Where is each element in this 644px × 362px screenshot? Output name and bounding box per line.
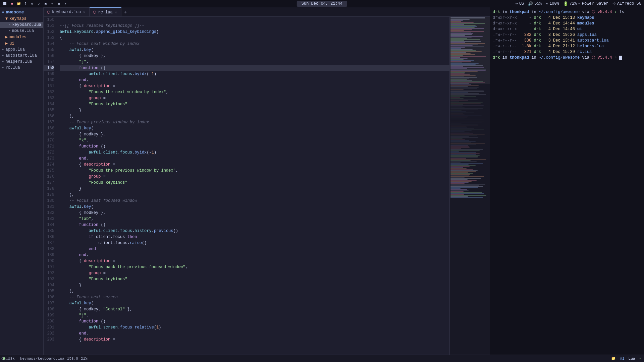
code-line-198: { modkey, "Control" },: [60, 306, 449, 312]
sidebar-item-modules[interactable]: ▶ modules: [0, 34, 43, 40]
sidebar-file-label-keyboard: keyboard.lua $: [12, 22, 44, 27]
line-numbers: 150 151 152 153 154 155 156 157 158 159 …: [44, 17, 57, 355]
code-line-153: {: [60, 35, 449, 41]
svg-rect-1: [5, 2, 6, 3]
volume-item: 🔊 55%: [528, 1, 542, 6]
code-area[interactable]: --[[ Focus related keybindings ]]-- awfu…: [57, 17, 449, 355]
folder-icon: ▼: [5, 16, 8, 21]
code-line-151: --[[ Focus related keybindings ]]--: [60, 23, 449, 29]
check-label: ✓: [639, 356, 641, 361]
editor-content[interactable]: 150 151 152 153 154 155 156 157 158 159 …: [44, 17, 490, 355]
workspace-label[interactable]: ● awesome: [0, 9, 43, 16]
sidebar-item-keymaps[interactable]: ▼ keymaps: [0, 16, 43, 22]
code-line-168: awful.key(: [60, 125, 449, 131]
folder-icon-status: 📁: [611, 356, 616, 361]
brightness-icon: ☀: [546, 1, 548, 6]
topbar-right: ⌨ US 🔊 55% ☀ 100% 🔋 72% – Power Saver ⊹ …: [516, 1, 641, 6]
tab-keyboard-lua[interactable]: ⬡ keyboard.lua ✕: [44, 7, 90, 16]
grid-icon[interactable]: ▦: [56, 1, 62, 6]
svg-rect-3: [5, 3, 6, 5]
sidebar-file-label-mouse: mouse.lua: [12, 28, 34, 33]
sidebar-item-keyboard-lua[interactable]: ● keyboard.lua $: [0, 22, 43, 28]
code-line-195: ),: [60, 288, 449, 294]
terminal-line: drwxr-xr-x - drk 4 Dec 15:13 keymaps: [493, 15, 641, 21]
code-line-186: if client.focus then: [60, 234, 449, 240]
terminal-line: .rw-r--r-- 382 drk 3 Dec 19:26 apps.lua: [493, 32, 641, 38]
folder-collapsed-icon: ▶: [5, 35, 8, 40]
svg-rect-0: [3, 2, 5, 3]
code-line-165: }: [60, 107, 449, 113]
code-line-162: "Focus the next window by index",: [60, 89, 449, 95]
sidebar-item-ui[interactable]: ▶ ui: [0, 40, 43, 47]
code-line-189: end,: [60, 252, 449, 258]
code-line-161: { description =: [60, 83, 449, 89]
sidebar-item-autostart-lua[interactable]: ● autostart.lua: [0, 53, 43, 59]
sidebar-file-rc: rc.lua: [5, 65, 20, 70]
code-line-167: -- Focus previous window by index: [60, 119, 449, 125]
tab-rc-lua[interactable]: ⬡ rc.lua ✕: [90, 7, 121, 16]
sidebar-item-helpers-lua[interactable]: ● helpers.lua: [0, 59, 43, 65]
tab-icon-keyboard: ⬡: [47, 10, 50, 14]
code-line-201: awful.screen.focus_relative(1): [60, 324, 449, 330]
code-line-154: -- Focus next window by index: [60, 41, 449, 47]
svg-rect-2: [3, 3, 5, 5]
file-dot6: ●: [2, 66, 4, 69]
code-line-178: }: [60, 186, 449, 192]
code-line-179: ),: [60, 192, 449, 198]
terminal-content[interactable]: drk in thonkpad in ~/.config/awesome via…: [490, 7, 644, 355]
sidebar-item-apps-lua[interactable]: ● apps.lua: [0, 47, 43, 53]
quit-label: Quit: [1, 357, 10, 361]
sidebar-item-mouse-lua[interactable]: ● mouse.lua: [0, 28, 43, 34]
sidebar-file-apps: apps.lua: [5, 47, 25, 52]
edit-icon[interactable]: ✎: [50, 1, 55, 6]
help-icon[interactable]: ?: [23, 1, 28, 6]
code-line-152: awful.keyboard.append_global_keybindings…: [60, 29, 449, 35]
tab-close-rc[interactable]: ✕: [114, 10, 118, 15]
music-icon[interactable]: ♪: [36, 1, 42, 6]
editor-area: ⬡ keyboard.lua ✕ ⬡ rc.lua ✕ + 150 151 15…: [44, 7, 490, 355]
topbar-icons: ● 📁 ? ⚙ ♪ ▣ ✎ ▦ ✦: [3, 1, 68, 6]
sidebar-folder-modules: modules: [9, 35, 26, 40]
code-line-155: awful.key(: [60, 47, 449, 53]
code-line-176: group =: [60, 174, 449, 180]
kb-layout: ⌨ US: [516, 1, 524, 6]
code-line-197: awful.key(: [60, 300, 449, 306]
code-line-192: group =: [60, 270, 449, 276]
app-grid-icon[interactable]: [3, 1, 8, 6]
lang-label: Lua: [629, 357, 635, 361]
tab-bar: ⬡ keyboard.lua ✕ ⬡ rc.lua ✕ +: [44, 7, 490, 17]
code-line-190: { description =: [60, 258, 449, 264]
code-line-175: "Focus the previous window by index",: [60, 168, 449, 174]
tab-add-button[interactable]: +: [121, 8, 129, 16]
brightness-item: ☀ 100%: [546, 1, 559, 6]
code-line-182: { modkey },: [60, 210, 449, 216]
screen-icon[interactable]: ▣: [43, 1, 48, 6]
code-line-156: { modkey },: [60, 53, 449, 59]
code-line-172: awful.client.focus.byidx(-1): [60, 149, 449, 156]
settings-icon[interactable]: ⚙: [30, 1, 35, 6]
battery-icon: 🔋: [563, 1, 568, 6]
file-icon[interactable]: 📁: [16, 1, 21, 6]
kb-icon: ⌨: [516, 1, 518, 6]
code-line-177: "Focus keybinds": [60, 180, 449, 186]
code-line-185: awful.client.focus.history.previous(): [60, 228, 449, 234]
code-line-180: -- Focus last focused window: [60, 198, 449, 204]
minimap-visual: // We'll generate these in the final scr…: [450, 17, 490, 355]
code-line-187: client.focus:raise(): [60, 240, 449, 246]
code-line-171: function (): [60, 143, 449, 149]
code-line-174: { description =: [60, 162, 449, 168]
code-line-196: -- Focus next screen: [60, 294, 449, 300]
code-line-202: end,: [60, 330, 449, 337]
terminal-line: drwxr-xr-x - drk 4 Dec 14:46 ui: [493, 26, 641, 32]
star-icon[interactable]: ✦: [63, 1, 68, 6]
code-line-203: { description =: [60, 337, 449, 343]
sidebar-folder-label: keymaps: [9, 16, 26, 21]
close-icon[interactable]: ●: [9, 1, 15, 6]
percent-label: 21%: [81, 357, 88, 361]
terminal-line: drk in thonkpad in ~/.config/awesome via…: [493, 55, 641, 61]
code-line-191: "Focus back the previous focused window"…: [60, 264, 449, 270]
code-line-184: function (): [60, 222, 449, 228]
tab-close-keyboard[interactable]: ✕: [83, 10, 86, 14]
code-line-163: group =: [60, 95, 449, 101]
sidebar-item-rc-lua[interactable]: ● rc.lua: [0, 65, 43, 71]
